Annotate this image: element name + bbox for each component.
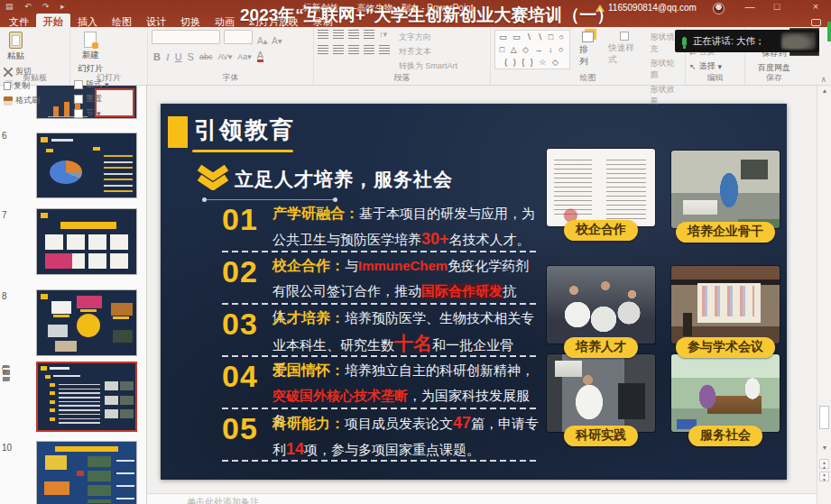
font-name-combo[interactable]	[152, 30, 220, 44]
strikethrough-button[interactable]: abc	[199, 52, 213, 61]
scrollbar-thumb[interactable]	[819, 406, 829, 429]
cleanroom-worker-photo	[671, 151, 780, 228]
group-label: 绘图	[491, 72, 685, 84]
slide-thumbnail-10[interactable]	[36, 441, 137, 504]
slide-thumbnail-7[interactable]	[36, 208, 137, 275]
photo-label: 参与学术会议	[676, 337, 775, 358]
tab-animations[interactable]: 动画	[208, 14, 242, 28]
shape-effects-button[interactable]: 形状效果	[651, 84, 681, 107]
slide-thumbnail-9-selected[interactable]	[36, 362, 137, 432]
current-slide[interactable]: 引领教育 立足人才培养，服务社会 01 产学研融合：基于本项目的研发与应用，为公…	[161, 104, 787, 480]
select-button[interactable]: ↖选择 ▾	[689, 60, 722, 72]
quick-access-toolbar[interactable]: ▤ ↶ ↷ ▸	[5, 2, 69, 11]
columns-button[interactable]	[379, 45, 390, 54]
item-text: 科研能力：项目成员发表论文47篇，申请专利14项，参与多项国家重点课题。	[272, 409, 540, 462]
bold-button[interactable]: B	[153, 51, 161, 62]
scroll-up-icon[interactable]: ▲	[817, 87, 831, 94]
slide-thumbnail-8[interactable]	[36, 289, 137, 356]
italic-button[interactable]: I	[166, 51, 170, 62]
comments-icon[interactable]	[811, 19, 821, 26]
tab-file[interactable]: 文件	[2, 14, 36, 28]
overlay-green-stripe	[827, 22, 831, 41]
tab-home[interactable]: 开始	[36, 14, 70, 28]
align-left-button[interactable]	[318, 45, 328, 54]
lecture-overlay-title: 2023年“互联网+”大学生创新创业大赛培训（一）	[240, 4, 614, 27]
previous-slide-button[interactable]: ▲▲	[819, 459, 829, 469]
font-color-button[interactable]: A	[257, 50, 263, 62]
justify-button[interactable]	[364, 45, 374, 54]
photo-school-enterprise-cooperation[interactable]: 校企合作	[547, 149, 655, 241]
paste-icon	[9, 32, 23, 49]
decrease-indent-button[interactable]	[348, 30, 359, 39]
new-slide-button[interactable]: 新建幻灯片	[74, 30, 107, 77]
photo-label: 校企合作	[564, 220, 638, 241]
section-button[interactable]: 节 ▾	[74, 107, 109, 119]
group-label: 段落	[314, 72, 490, 84]
smartart-button[interactable]: 转换为 SmartArt	[399, 60, 457, 72]
underline-button[interactable]: U	[175, 51, 182, 62]
group-slides: 新建幻灯片 版式 ▾ 重置 节 ▾ 幻灯片	[70, 27, 148, 85]
bullets-button[interactable]	[318, 30, 328, 39]
list-item-05: 05 科研能力：项目成员发表论文47篇，申请专利14项，参与多项国家重点课题。	[222, 409, 543, 462]
slide-editing-canvas[interactable]: 引领教育 立足人才培养，服务社会 01 产学研融合：基于本项目的研发与应用，为公…	[147, 86, 817, 504]
slide-heading[interactable]: 立足人才培养，服务社会	[235, 167, 453, 192]
list-item-01: 01 产学研融合：基于本项目的研发与应用，为公共卫生与预防医学培养30+名技术人…	[222, 200, 543, 252]
title-tag-square	[168, 116, 188, 148]
format-painter-button[interactable]: 格式刷	[4, 95, 40, 106]
floating-hamburger-widget[interactable]	[0, 362, 13, 384]
minimize-button[interactable]: —	[740, 1, 760, 12]
vertical-scrollbar[interactable]: ▲ ▼ ▲▲ ▼▼	[817, 86, 831, 504]
photo-enterprise-staff-training[interactable]: 培养企业骨干	[671, 151, 780, 243]
item-number: 03	[222, 305, 272, 357]
speaking-banner: 正在讲话: 大伟；	[675, 30, 819, 52]
text-shadow-button[interactable]: S	[188, 51, 194, 62]
line-spacing-button[interactable]: ↕▾	[379, 30, 387, 39]
quick-styles-icon	[620, 32, 629, 41]
reset-button[interactable]: 重置	[74, 93, 109, 105]
shrink-font-button[interactable]: A▾	[272, 36, 282, 46]
notes-placeholder: 单击此处添加备注	[187, 496, 259, 504]
tab-draw[interactable]: 绘图	[105, 14, 139, 28]
photo-social-service[interactable]: 服务社会	[671, 354, 780, 446]
slide-thumbnail-6[interactable]	[36, 133, 137, 198]
restore-button[interactable]: □	[767, 1, 787, 12]
quick-styles-button[interactable]: 快速样式	[605, 30, 644, 107]
font-size-combo[interactable]	[224, 30, 253, 44]
slide-item-list[interactable]: 01 产学研融合：基于本项目的研发与应用，为公共卫生与预防医学培养30+名技术人…	[222, 200, 543, 462]
change-case-button[interactable]: Aa▾	[237, 52, 252, 61]
tab-insert[interactable]: 插入	[70, 14, 105, 28]
photo-label: 服务社会	[688, 426, 762, 446]
list-item-02: 02 校企合作：与ImmuneChem免疫化学药剂有限公司签订合作，推动国际合作…	[222, 252, 543, 305]
notes-pane[interactable]: 单击此处添加备注	[147, 493, 817, 504]
shapes-gallery[interactable]: ▭ ▭ ∖ ∖ □ ○□ △ ◇ → ↓ ○( ) { } ☆ ◇	[494, 30, 570, 69]
item-text: 爱国情怀：培养独立自主的科研创新精神，突破国外核心技术垄断，为国家科技发展服务！	[272, 357, 540, 409]
align-center-button[interactable]	[333, 45, 344, 54]
arrange-button[interactable]: 排列	[576, 30, 599, 107]
user-avatar-icon[interactable]	[713, 3, 725, 14]
scroll-down-icon[interactable]: ▼	[817, 444, 831, 451]
collapse-ribbon-icon[interactable]: ∧	[820, 75, 826, 84]
increase-indent-button[interactable]	[364, 30, 374, 39]
lab-research-photo	[547, 354, 655, 432]
photo-academic-conference[interactable]: 参与学术会议	[671, 266, 780, 358]
numbering-button[interactable]	[333, 30, 344, 39]
tab-transitions[interactable]: 切换	[173, 14, 208, 28]
double-chevron-icon	[197, 165, 229, 190]
paste-button[interactable]: 粘贴	[4, 30, 28, 64]
slide-number: 10	[2, 443, 20, 453]
community-service-photo	[671, 354, 780, 432]
grow-font-button[interactable]: A▴	[257, 36, 268, 46]
character-spacing-button[interactable]: AV▾	[217, 52, 232, 61]
text-direction-button[interactable]: 文字方向	[399, 32, 457, 43]
align-text-button[interactable]: 对齐文本	[399, 46, 457, 58]
group-label: 幻灯片	[70, 72, 147, 84]
photo-talent-training[interactable]: 培养人才	[547, 266, 655, 358]
photo-research-practice[interactable]: 科研实践	[547, 354, 655, 446]
tab-design[interactable]: 设计	[139, 14, 173, 28]
next-slide-button[interactable]: ▼▼	[819, 472, 829, 481]
close-button[interactable]: ×	[806, 1, 826, 12]
align-right-button[interactable]	[348, 45, 359, 54]
slide-thumbnail-panel[interactable]: 6 7 8 9 10	[0, 86, 147, 504]
slide-title[interactable]: 引领教育	[194, 115, 295, 146]
photo-label: 培养企业骨干	[676, 222, 775, 243]
